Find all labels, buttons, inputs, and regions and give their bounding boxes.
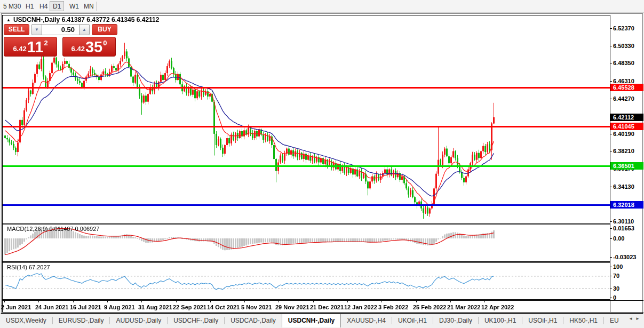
macd-rsi-separator-a[interactable] <box>2 261 610 262</box>
price-level-badge: 6.32018 <box>610 201 643 209</box>
date-tick-label: 3 Feb 2022 <box>378 304 408 310</box>
timeframe-button-h1[interactable]: H1 <box>22 1 37 11</box>
price-tick-label: 6.44270 <box>613 95 634 102</box>
horizontal-line-6.32018[interactable] <box>3 204 610 206</box>
macd-label: MACD(12,26,9) 0.011407 0.006927 <box>7 226 99 232</box>
price-tick-mark <box>610 187 612 187</box>
volume-decrease-button[interactable]: ▼ <box>31 24 42 35</box>
scroll-left-icon[interactable]: ◄ <box>629 316 635 321</box>
toolbar-separator <box>96 2 97 11</box>
chart-tab-usdchf-daily[interactable]: USDCHF-,Daily <box>168 314 224 327</box>
sell-price-pips: 11 <box>27 40 44 54</box>
chart-tab-usdcnh-daily[interactable]: USDCNH-,Daily <box>282 314 341 327</box>
date-tick-mark <box>4 300 5 302</box>
triangle-up-icon: ▲ <box>82 27 86 32</box>
buy-price-prefix: 6.42 <box>71 45 85 53</box>
price-tick-mark <box>610 99 612 99</box>
main-macd-separator-a[interactable] <box>2 223 610 224</box>
date-tick-label: 9 Aug 2021 <box>104 304 135 310</box>
chart-tab-usdx-weekly[interactable]: USDX,Weekly <box>0 314 52 327</box>
price-tick-label: 6.48350 <box>613 60 634 66</box>
chart-tab-hk50-h1[interactable]: HK50-,H1 <box>563 314 603 327</box>
chart-tab-dj30-daily[interactable]: DJ30-,Daily <box>433 314 478 327</box>
date-tick-mark <box>38 300 39 302</box>
chart-tab-xauusd-h4[interactable]: XAUUSD-,H4 <box>341 314 392 327</box>
sell-price-prefix: 6.42 <box>13 45 26 53</box>
date-tick-label: 21 Dec 2021 <box>310 304 344 310</box>
timeframe-button-h4[interactable]: H4 <box>36 1 51 11</box>
sell-button[interactable]: SELL <box>4 24 29 35</box>
horizontal-line-6.41045[interactable] <box>3 126 610 127</box>
one-click-trading-panel: SELL ▼ ▲ BUY 6.42 11 2 6.42 35 0 <box>4 24 117 58</box>
chart-title: ▲USDCNH-,Daily 6.41387 6.43772 6.41345 6… <box>6 16 159 23</box>
chart-bottom-border-a <box>2 312 643 313</box>
date-tick-mark <box>279 300 279 302</box>
price-tick-mark <box>610 151 612 151</box>
date-tick-mark <box>107 300 108 302</box>
date-tick-label: 22 Sep 2021 <box>173 304 206 310</box>
date-tick-label: 29 Nov 2021 <box>275 304 309 310</box>
macd-tick-mark <box>610 228 612 229</box>
scroll-right-icon[interactable]: ► <box>635 316 642 321</box>
triangle-down-icon: ▼ <box>35 27 39 32</box>
collapse-triangle-icon[interactable]: ▲ <box>6 18 11 22</box>
price-level-badge: 6.45528 <box>610 84 643 91</box>
date-tick-mark <box>244 300 245 302</box>
price-tick-mark <box>610 81 612 82</box>
price-tick-label: 6.34130 <box>613 183 634 190</box>
price-tick-mark <box>610 46 612 46</box>
sell-price-quote[interactable]: 6.42 11 2 <box>4 37 57 57</box>
macd-tick-label: 0.00 <box>613 235 624 242</box>
date-tick-label: 14 Oct 2021 <box>207 304 240 310</box>
date-tick-label: 31 Aug 2021 <box>138 304 172 310</box>
sell-price-fraction: 2 <box>44 39 47 47</box>
date-tick-mark <box>210 300 211 302</box>
volume-input[interactable] <box>42 24 79 35</box>
timeframe-button-w1[interactable]: W1 <box>66 1 82 11</box>
chart-tab-eu[interactable]: EU <box>604 314 625 327</box>
date-tick-mark <box>347 300 348 302</box>
price-tick-label: 6.50330 <box>613 43 634 49</box>
chart-tab-ukoil-h1[interactable]: UKOil-,H1 <box>392 314 433 327</box>
price-level-badge: 6.41045 <box>610 123 643 130</box>
macd-tick-mark <box>610 238 612 239</box>
date-tick-mark <box>313 300 314 302</box>
rsi-tick-label: 70 <box>613 273 619 279</box>
timeframe-button-mn[interactable]: MN <box>81 1 97 11</box>
price-tick-mark <box>610 221 612 222</box>
chart-tab-uk100-h1[interactable]: UK100-,H1 <box>479 314 522 327</box>
mt4-application-window: 5M30H1H4D1W1MN ▲USDCNH-,Daily 6.41387 6.… <box>0 0 644 328</box>
rsi-tick-label: 0 <box>613 294 616 301</box>
macd-tick-mark <box>610 257 612 258</box>
macd-tick-label: 0.01653 <box>613 225 634 231</box>
chart-tab-audusd-daily[interactable]: AUDUSD-,Daily <box>110 314 167 327</box>
buy-button[interactable]: BUY <box>92 24 117 35</box>
macd-tick-label: -0.03023 <box>613 254 636 260</box>
chart-tab-usdcad-daily[interactable]: USDCAD-,Daily <box>225 314 282 327</box>
price-tick-label: 6.38210 <box>613 148 634 154</box>
horizontal-line-6.45528[interactable] <box>3 87 610 89</box>
timeframe-button-m30[interactable]: M30 <box>5 1 24 11</box>
chart-tab-eurusd-daily[interactable]: EURUSD-,Daily <box>53 314 110 327</box>
buy-price-pips: 35 <box>85 40 102 54</box>
rsi-indicator-canvas[interactable] <box>3 263 609 299</box>
horizontal-line-6.36501[interactable] <box>3 165 610 167</box>
rsi-tick-label: 30 <box>613 285 619 292</box>
timeframe-button-d1[interactable]: D1 <box>50 1 64 11</box>
rsi-tick-mark <box>610 298 612 298</box>
date-tick-mark <box>141 300 142 302</box>
volume-increase-button[interactable]: ▲ <box>79 24 90 35</box>
timeframe-toolbar: 5M30H1H4D1W1MN <box>0 0 644 13</box>
buy-price-quote[interactable]: 6.42 35 0 <box>62 37 116 57</box>
price-tick-mark <box>610 63 612 63</box>
date-tick-mark <box>484 300 485 302</box>
date-tick-label: 25 Feb 2022 <box>413 304 446 310</box>
date-tick-mark <box>416 300 417 302</box>
tab-scroll-arrows[interactable]: ◄► <box>629 316 642 321</box>
chart-tab-bar: USDX,WeeklyEURUSD-,DailyAUDUSD-,DailyUSD… <box>0 314 644 327</box>
price-tick-mark <box>610 134 612 134</box>
rsi-tick-label: 100 <box>613 263 623 270</box>
chart-title-text: USDCNH-,Daily 6.41387 6.43772 6.41345 6.… <box>13 16 160 23</box>
date-tick-label: 12 Apr 2022 <box>481 304 514 310</box>
chart-tab-usoil-h1[interactable]: USOil-,H1 <box>522 314 563 327</box>
